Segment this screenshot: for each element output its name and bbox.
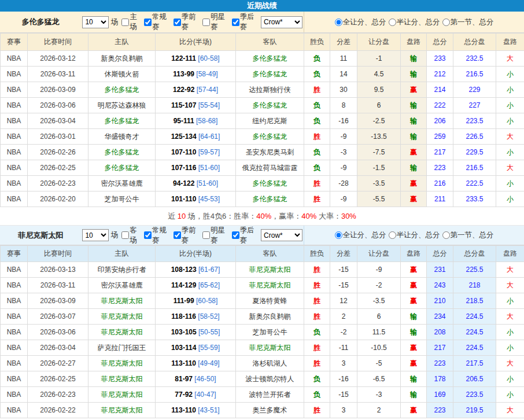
column-header: 盘路 [401, 34, 427, 51]
cell-league: NBA [1, 129, 28, 145]
filter-checkbox[interactable] [174, 231, 181, 239]
full-score: 81-97 [175, 375, 193, 383]
filter-option-0[interactable]: 客场 [120, 226, 143, 245]
cell-handicap-line: 4.5 [357, 67, 401, 82]
radio-input[interactable] [389, 19, 396, 26]
cell-total-line: 217.5 [453, 356, 496, 371]
bet-type-radio-0[interactable]: 全让分、总分 [335, 17, 386, 27]
cell-date: 2026-03-06 [28, 325, 88, 340]
cell-win-loss: 胜 [304, 356, 330, 371]
filter-option-2[interactable]: 季前赛 [172, 12, 202, 32]
bet-type-radio-1[interactable]: 半让分、总分 [389, 230, 440, 240]
column-header: 胜负 [304, 34, 330, 51]
filter-checkbox[interactable] [121, 231, 129, 239]
cell-date: 2026-02-23 [28, 176, 88, 191]
cell-away-team: 波特兰开拓者 [236, 387, 304, 403]
cell-total-points: 216 [427, 176, 453, 191]
cell-win-loss: 负 [304, 160, 330, 176]
radio-label: 全让分、总分 [343, 17, 386, 27]
game-row: NBA2026-02-26多伦多猛龙107-110 [59-57]圣安东尼奥马刺… [1, 145, 524, 160]
header-row: 赛事比赛时间主队比分(半场)客队胜负分差让分盘盘路总分总分盘盘路 [1, 34, 524, 51]
filter-checkbox[interactable] [202, 19, 210, 26]
cell-win-loss: 负 [304, 371, 330, 387]
full-score: 101-110 [171, 195, 196, 203]
cell-handicap-line: -7.5 [357, 145, 401, 160]
filter-checkbox[interactable] [174, 19, 181, 26]
source-select[interactable]: Crow* [261, 229, 302, 241]
cell-total-line: 216.5 [453, 67, 496, 82]
cell-win-loss: 胜 [304, 309, 330, 325]
filter-checkbox[interactable] [121, 19, 129, 26]
games-count-select[interactable]: 10 [82, 16, 108, 28]
game-row: NBA2026-03-01华盛顿奇才125-134 [64-61]多伦多猛龙胜-… [1, 129, 524, 145]
cell-home-team: 萨克拉门托国王 [88, 340, 156, 356]
summary-part: 大率： [316, 212, 341, 220]
filter-label: 常规赛 [152, 12, 172, 32]
filter-checkbox[interactable] [232, 19, 239, 26]
cell-win-loss: 胜 [304, 278, 330, 293]
filter-checkbox[interactable] [202, 231, 210, 239]
cell-total-points: 223 [427, 356, 453, 371]
cell-home-team: 密尔沃基雄鹿 [88, 176, 156, 191]
filter-checkbox[interactable] [232, 231, 239, 239]
cell-over-under: 大 [496, 356, 524, 371]
cell-score: 94-122 [51-60] [156, 176, 236, 191]
summary-part: 场，胜4负6：胜率： [186, 212, 256, 220]
cell-league: NBA [1, 325, 28, 340]
filter-option-1[interactable]: 常规赛 [143, 226, 172, 245]
bet-type-radio-0[interactable]: 全让分、总分 [335, 230, 386, 240]
cell-win-loss: 负 [304, 145, 330, 160]
radio-input[interactable] [335, 231, 342, 239]
cell-point-diff: -2 [330, 325, 357, 340]
radio-input[interactable] [389, 231, 396, 239]
cell-handicap-result: 赢 [401, 403, 427, 418]
cell-score: 103-105 [50-55] [156, 325, 236, 340]
filter-option-3[interactable]: 明星赛 [201, 226, 231, 245]
radio-input[interactable] [335, 19, 342, 26]
filter-option-4[interactable]: 季后赛 [231, 12, 260, 32]
games-unit-label: 场 [111, 17, 119, 27]
cell-score: 113-110 [43-51] [156, 403, 236, 418]
full-score: 103-105 [171, 328, 197, 336]
game-row: NBA2026-02-23密尔沃基雄鹿94-122 [51-60]多伦多猛龙胜-… [1, 176, 524, 191]
games-count-select[interactable]: 10 [82, 229, 108, 241]
cell-score: 77-92 [40-47] [156, 387, 236, 403]
cell-home-team: 多伦多猛龙 [88, 160, 156, 176]
filter-option-2[interactable]: 季前赛 [172, 226, 202, 245]
cell-total-line: 229.5 [453, 145, 496, 160]
column-header: 比分(半场) [156, 246, 236, 262]
filter-checkbox[interactable] [144, 19, 152, 26]
cell-away-team: 多伦多猛龙 [236, 51, 304, 67]
bet-type-radio-2[interactable]: 第一节、总分 [442, 230, 494, 240]
cell-point-diff: -15 [330, 387, 357, 403]
bet-type-radio-1[interactable]: 半让分、总分 [389, 17, 440, 27]
cell-league: NBA [1, 309, 28, 325]
filter-option-4[interactable]: 季后赛 [231, 226, 260, 245]
cell-over-under: 小 [496, 145, 524, 160]
half-time-score: [60-58] [198, 54, 219, 62]
cell-total-line: 226.5 [453, 129, 496, 145]
cell-away-team: 菲尼克斯太阳 [236, 340, 304, 356]
game-row: NBA2026-02-27菲尼克斯太阳113-110 [49-49]洛杉矶湖人胜… [1, 356, 524, 371]
filter-option-0[interactable]: 主场 [120, 12, 143, 32]
cell-win-loss: 胜 [304, 262, 330, 278]
cell-handicap-result: 输 [401, 387, 427, 403]
filter-checkbox[interactable] [144, 231, 152, 239]
full-score: 111-99 [174, 297, 194, 305]
bet-type-radio-2[interactable]: 第一节、总分 [442, 17, 494, 27]
source-select[interactable]: Crow* [261, 16, 302, 28]
cell-league: NBA [1, 82, 28, 98]
cell-home-team: 菲尼克斯太阳 [88, 403, 156, 418]
game-row: NBA2026-03-09多伦多猛龙122-92 [57-44]达拉斯独行侠胜3… [1, 82, 524, 98]
cell-total-points: 208 [427, 325, 453, 340]
cell-home-team: 菲尼克斯太阳 [88, 309, 156, 325]
radio-input[interactable] [442, 19, 450, 26]
cell-win-loss: 胜 [304, 176, 330, 191]
filter-option-3[interactable]: 明星赛 [201, 12, 231, 32]
column-header: 总分 [427, 34, 453, 51]
radio-input[interactable] [442, 231, 450, 239]
cell-total-points: 231 [427, 262, 453, 278]
cell-handicap-result: 赢 [401, 356, 427, 371]
column-header: 总分 [427, 246, 453, 262]
filter-option-1[interactable]: 常规赛 [143, 12, 172, 32]
